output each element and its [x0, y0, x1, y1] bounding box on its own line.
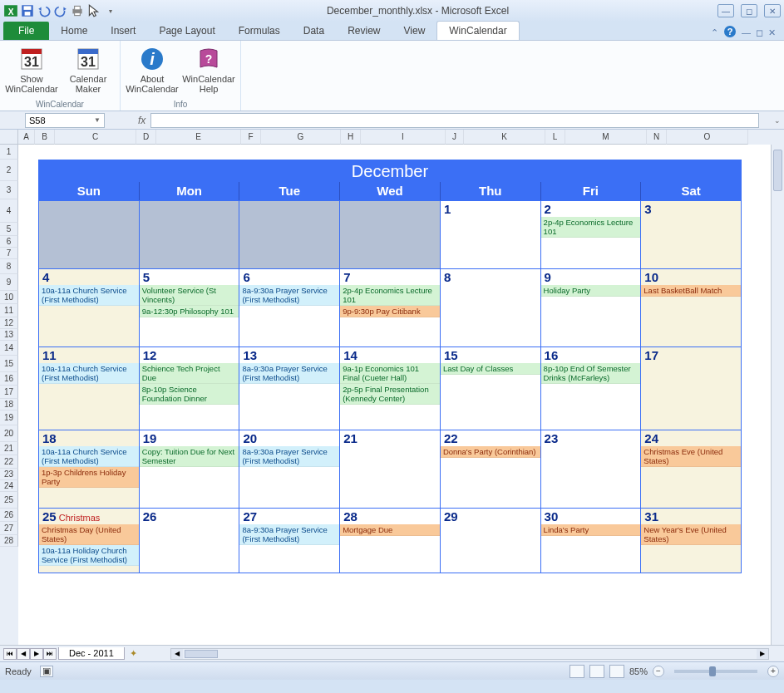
tab-prev-button[interactable]: ◀	[17, 648, 30, 660]
doc-minimize-icon[interactable]: —	[742, 27, 751, 37]
calendar-event[interactable]: 9p-9:30p Pay Citibank	[340, 306, 440, 317]
calendar-event[interactable]: 10a-11a Church Service (First Methodist)	[39, 363, 139, 384]
file-tab[interactable]: File	[3, 22, 49, 40]
zoom-thumb[interactable]	[709, 666, 716, 676]
calendar-event[interactable]: 2p-5p Final Presentation (Kennedy Center…	[340, 384, 440, 405]
calendar-cell[interactable]: 22Donna's Party (Corinthian)	[440, 430, 540, 508]
wincalendar-help-button[interactable]: ? WinCalendarHelp	[184, 44, 234, 96]
tab-last-button[interactable]: ⏭	[43, 648, 57, 660]
calendar-cell[interactable]: 22p-4p Economics Lecture 101	[540, 201, 641, 268]
calendar-event[interactable]: 2p-4p Economics Lecture 101	[541, 217, 641, 238]
ribbon-tab-view[interactable]: View	[392, 22, 437, 40]
ribbon-tab-data[interactable]: Data	[292, 22, 336, 40]
calendar-event[interactable]: Donna's Party (Corinthian)	[441, 446, 540, 458]
ribbon-tab-review[interactable]: Review	[336, 22, 392, 40]
redo-icon[interactable]	[53, 3, 68, 18]
zoom-in-button[interactable]: +	[767, 666, 779, 677]
calendar-cell[interactable]: 23	[540, 430, 641, 508]
new-sheet-icon[interactable]: ✦	[130, 648, 137, 659]
calendar-cell[interactable]: 10Last BasketBall Match	[640, 269, 741, 346]
calendar-event[interactable]: 10a-11a Church Service (First Methodist)	[39, 446, 139, 467]
calendar-cell[interactable]: 9Holiday Party	[540, 269, 641, 346]
ribbon-tab-formulas[interactable]: Formulas	[227, 22, 292, 40]
grid-body[interactable]: December SunMonTueWedThuFriSat 122p-4p E…	[18, 145, 784, 645]
save-icon[interactable]	[20, 3, 35, 18]
calendar-event[interactable]: 10a-11a Holiday Church Service (First Me…	[39, 545, 139, 566]
row-header[interactable]: 10	[0, 291, 18, 304]
calendar-event[interactable]: Christmas Eve (United States)	[641, 446, 741, 467]
calendar-cell[interactable]: 1110a-11a Church Service (First Methodis…	[39, 347, 139, 430]
column-header[interactable]: F	[241, 130, 261, 145]
calendar-cell[interactable]: 30Linda's Party	[540, 509, 641, 573]
calendar-event[interactable]: New Year's Eve (United States)	[641, 524, 741, 545]
formula-bar[interactable]	[150, 113, 759, 128]
page-break-view-button[interactable]	[609, 665, 624, 678]
undo-icon[interactable]	[37, 3, 52, 18]
calendar-event[interactable]: 9a-1p Economics 101 Final (Cueter Hall)	[340, 363, 440, 384]
calendar-cell[interactable]	[239, 201, 339, 268]
calendar-cell[interactable]: 5Volunteer Service (St Vincents)9a-12:30…	[139, 269, 239, 346]
calendar-cell[interactable]: 26	[139, 509, 239, 573]
column-header[interactable]: O	[667, 130, 748, 145]
row-header[interactable]: 22	[0, 455, 18, 469]
qat-customize-icon[interactable]: ▾	[103, 3, 118, 18]
formula-expand-icon[interactable]: ⌄	[774, 116, 781, 125]
row-header[interactable]: 3	[0, 181, 18, 199]
calendar-maker-button[interactable]: 31 CalendarMaker	[63, 44, 113, 96]
sheet-tab[interactable]: Dec - 2011	[58, 647, 125, 660]
ribbon-tab-home[interactable]: Home	[49, 22, 99, 40]
row-header[interactable]: 26	[0, 509, 18, 522]
column-header[interactable]: C	[55, 130, 136, 145]
calendar-cell[interactable]: 17	[640, 347, 741, 430]
tab-first-button[interactable]: ⏮	[3, 648, 17, 660]
ribbon-tab-insert[interactable]: Insert	[99, 22, 147, 40]
calendar-event[interactable]: Volunteer Service (St Vincents)	[140, 285, 239, 306]
row-header[interactable]: 1	[0, 145, 18, 160]
calendar-cell[interactable]	[339, 201, 440, 268]
tab-next-button[interactable]: ▶	[30, 648, 43, 660]
calendar-event[interactable]: 8p-10p End Of Semester Drinks (McFarleys…	[541, 363, 641, 384]
row-header[interactable]: 2	[0, 160, 18, 181]
scroll-right-button[interactable]: ▶	[757, 649, 768, 659]
calendar-cell[interactable]: 72p-4p Economics Lecture 1019p-9:30p Pay…	[339, 269, 440, 346]
calendar-cell[interactable]: 21	[339, 430, 440, 508]
row-header[interactable]: 23	[0, 469, 18, 480]
row-header[interactable]: 14	[0, 341, 18, 356]
calendar-event[interactable]: Linda's Party	[541, 524, 641, 536]
calendar-event[interactable]: Schience Tech Project Due	[140, 363, 239, 384]
name-box[interactable]: S58 ▼	[25, 113, 105, 128]
column-header[interactable]: I	[361, 130, 446, 145]
calendar-event[interactable]: Holiday Party	[541, 285, 641, 297]
ribbon-tab-page-layout[interactable]: Page Layout	[147, 22, 226, 40]
calendar-event[interactable]: 10a-11a Church Service (First Methodist)	[39, 285, 139, 306]
doc-close-icon[interactable]: ✕	[768, 27, 776, 38]
column-header[interactable]: M	[565, 130, 647, 145]
calendar-event[interactable]: 8a-9:30a Prayer Service (First Methodist…	[239, 363, 339, 384]
doc-restore-icon[interactable]: ◻	[756, 27, 763, 38]
calendar-cell[interactable]: 1810a-11a Church Service (First Methodis…	[39, 430, 139, 508]
column-header[interactable]: G	[261, 130, 341, 145]
close-button[interactable]: ✕	[764, 4, 781, 17]
calendar-event[interactable]: Last Day of Classes	[441, 363, 540, 375]
calendar-event[interactable]: Mortgage Due	[340, 524, 440, 536]
row-header[interactable]: 11	[0, 304, 18, 317]
row-header[interactable]: 6	[0, 236, 18, 248]
calendar-event[interactable]: 8a-9:30a Prayer Service (First Methodist…	[239, 524, 339, 545]
calendar-cell[interactable]: 19Copy: Tuition Due for Next Semester	[139, 430, 239, 508]
row-header[interactable]: 8	[0, 259, 18, 274]
row-header[interactable]: 25	[0, 492, 18, 509]
namebox-dropdown-icon[interactable]: ▼	[94, 116, 101, 124]
zoom-level[interactable]: 85%	[629, 666, 648, 676]
calendar-cell[interactable]: 149a-1p Economics 101 Final (Cueter Hall…	[339, 347, 440, 430]
zoom-slider[interactable]	[674, 670, 757, 673]
calendar-cell[interactable]: 1	[440, 201, 540, 268]
row-header[interactable]: 12	[0, 317, 18, 329]
calendar-event[interactable]: 8a-9:30a Prayer Service (First Methodist…	[239, 446, 339, 467]
row-header[interactable]: 15	[0, 356, 18, 372]
zoom-out-button[interactable]: −	[653, 666, 664, 677]
calendar-cell[interactable]: 168p-10p End Of Semester Drinks (McFarle…	[540, 347, 641, 430]
row-header[interactable]: 9	[0, 274, 18, 291]
about-wincalendar-button[interactable]: i AboutWinCalendar	[127, 44, 177, 96]
column-header[interactable]: B	[35, 130, 55, 145]
calendar-cell[interactable]: 25 ChristmasChristmas Day (United States…	[39, 509, 139, 573]
